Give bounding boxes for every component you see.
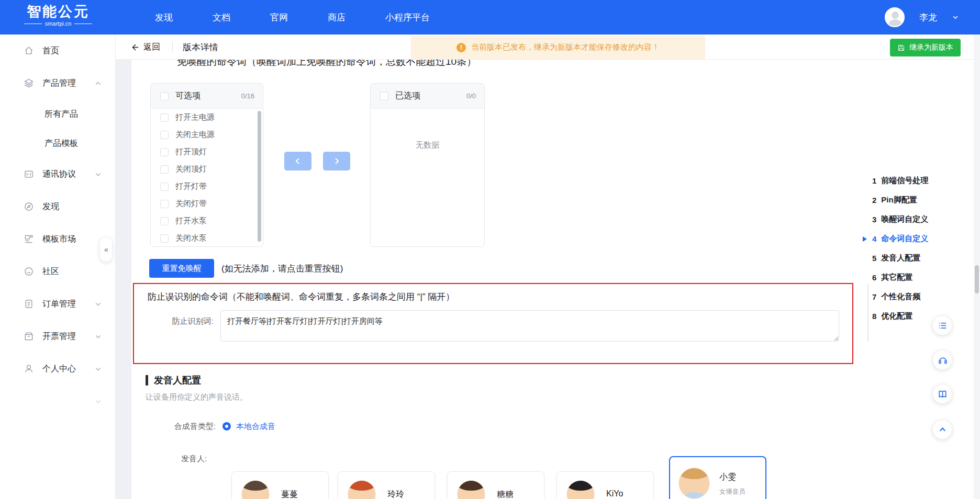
anchor-item-8[interactable]: 8优化配置 (872, 307, 928, 326)
menu-item-miniprogram[interactable]: 小程序平台 (385, 12, 430, 24)
sidebar-item-product-mgmt[interactable]: 产品管理 (0, 67, 115, 99)
content-card: 免唤醒的命令词（唤醒词加上免唤醒的命令词，总数不能超过10条） 可选项 0/16… (131, 60, 980, 499)
anchor-item-4-active[interactable]: 4命令词自定义 (872, 229, 928, 248)
item-checkbox[interactable] (160, 217, 169, 225)
target-panel-title: 已选项 (395, 90, 420, 101)
brand-logo[interactable]: 智能公元 smartpi.cn (24, 4, 92, 27)
outline-toc-button[interactable] (932, 315, 952, 335)
anchor-num: 6 (872, 273, 876, 282)
menu-item-discover[interactable]: 发现 (155, 12, 173, 24)
anchor-rail (867, 284, 868, 342)
list-item[interactable]: 打开顶灯 (151, 143, 263, 161)
anchor-label: Pin脚配置 (881, 195, 917, 205)
anchor-num: 2 (872, 196, 876, 205)
sidebar-collapse-button[interactable]: « (99, 237, 113, 262)
anchor-label: 个性化音频 (881, 292, 920, 302)
sidebar-item-label: 个人中心 (42, 364, 76, 375)
list-item[interactable]: 打开灯带 (151, 178, 263, 195)
select-all-source-checkbox[interactable] (160, 92, 169, 100)
warning-icon: ! (456, 43, 466, 52)
anchor-label: 优化配置 (881, 311, 912, 321)
speaker-avatar (241, 480, 270, 499)
item-checkbox[interactable] (160, 114, 169, 122)
user-chevron-down-icon[interactable] (952, 14, 959, 21)
source-list-scrollbar[interactable] (258, 111, 261, 242)
speaker-card[interactable]: 蔓蔓 (231, 471, 329, 499)
speaker-avatar (678, 468, 710, 499)
local-synth-radio[interactable] (222, 422, 231, 430)
brand-subtitle: smartpi.cn (24, 20, 92, 27)
avatar-head (892, 12, 899, 19)
chevron-right-icon (333, 157, 340, 165)
nowake-commands-heading: 免唤醒的命令词（唤醒词加上免唤醒的命令词，总数不能超过10条） (177, 60, 476, 69)
transfer-to-right-button[interactable] (323, 152, 350, 171)
transfer-to-left-button[interactable] (284, 152, 311, 171)
speaker-description: 女播音员 (719, 487, 745, 496)
sidebar-item-protocol[interactable]: 通讯协议 (0, 158, 115, 190)
section-accent-bar (146, 375, 148, 385)
sidebar-item-template-market[interactable]: 模板市场 (0, 223, 115, 255)
anchor-item-7[interactable]: 7个性化音频 (872, 287, 928, 307)
menu-item-docs[interactable]: 文档 (213, 12, 230, 24)
chevron-left-icon (294, 157, 302, 165)
target-panel-count: 0/0 (466, 92, 476, 100)
item-label: 关闭主电源 (175, 130, 215, 140)
back-to-top-button[interactable] (932, 419, 952, 439)
prevent-misrecognition-highlight-box: 防止误识别的命令词（不能和唤醒词、命令词重复，多条词条之间用 “|” 隔开） 防… (133, 283, 853, 364)
speaker-card[interactable]: KiYo (556, 471, 654, 499)
sidebar-item-profile[interactable]: 个人中心 (0, 353, 115, 385)
list-item[interactable]: 关闭顶灯 (151, 161, 263, 178)
menu-item-website[interactable]: 官网 (270, 12, 288, 24)
item-label: 关闭灯带 (175, 199, 207, 209)
list-item[interactable]: 关闭主电源 (151, 126, 263, 143)
user-avatar[interactable] (885, 7, 905, 27)
speaker-avatar (566, 480, 595, 499)
speaker-card[interactable]: 糖糖 (447, 471, 544, 499)
anchor-item-6[interactable]: 6其它配置 (872, 268, 928, 287)
sidebar-item-all-products[interactable]: 所有产品 (0, 99, 115, 129)
sidebar-item-discover[interactable]: 发现 (0, 190, 115, 223)
sidebar-item-label: 首页 (42, 46, 59, 56)
item-checkbox[interactable] (160, 131, 169, 139)
item-checkbox[interactable] (160, 165, 169, 174)
item-label: 关闭水泵 (175, 233, 207, 243)
anchor-label: 命令词自定义 (881, 234, 928, 244)
select-all-target-checkbox[interactable] (380, 92, 388, 100)
list-item[interactable]: 打开水泵 (151, 212, 263, 230)
item-checkbox[interactable] (160, 183, 169, 191)
item-checkbox[interactable] (160, 148, 169, 156)
back-button[interactable]: 返回 (130, 35, 160, 60)
sidebar: 首页 产品管理 所有产品 产品模板 通讯协议 发现 模板市场 社区 订单管理 开… (0, 35, 116, 499)
reset-nowake-button[interactable]: 重置免唤醒 (149, 259, 214, 278)
transfer-source-list: 打开主电源 关闭主电源 打开顶灯 关闭顶灯 打开灯带 关闭灯带 打开水泵 关闭水… (151, 109, 263, 247)
speaker-avatar (457, 480, 485, 499)
local-synth-option-label[interactable]: 本地合成音 (236, 422, 275, 432)
sidebar-item-product-templates[interactable]: 产品模板 (0, 129, 115, 158)
docs-book-button[interactable] (932, 384, 952, 404)
home-icon (24, 46, 34, 56)
anchor-item-2[interactable]: 2Pin脚配置 (872, 190, 928, 210)
inherit-new-version-button[interactable]: 继承为新版本 (890, 39, 961, 56)
anchor-item-1[interactable]: 1前端信号处理 (872, 171, 928, 190)
anchor-item-3[interactable]: 3唤醒词自定义 (872, 210, 928, 229)
prevent-words-input[interactable]: 打开餐厅等|打开客厅灯|打开厅灯|打开房间等 (220, 310, 839, 342)
sidebar-item-invoice-mgmt[interactable]: 开票管理 (0, 320, 115, 353)
speaker-card-selected[interactable]: 小雯 女播音员 (669, 456, 766, 499)
layers-icon (24, 78, 34, 88)
menu-item-store[interactable]: 商店 (328, 12, 346, 24)
list-item[interactable]: 打开主电源 (151, 109, 263, 126)
sidebar-item-order-mgmt[interactable]: 订单管理 (0, 288, 115, 320)
support-headset-button[interactable] (932, 350, 952, 370)
item-checkbox[interactable] (160, 234, 169, 243)
sidebar-item-home[interactable]: 首页 (0, 35, 115, 67)
speaker-card[interactable]: 玲玲 (338, 471, 435, 499)
item-checkbox[interactable] (160, 200, 169, 208)
list-item[interactable]: 关闭灯带 (151, 195, 263, 212)
speaker-section-title: 发音人配置 (154, 374, 201, 387)
anchor-item-5[interactable]: 5发音人配置 (872, 248, 928, 268)
sidebar-item-label: 发现 (42, 201, 59, 212)
speaker-section-subtitle: 让设备用你定义的声音说话。 (146, 392, 248, 402)
sidebar-item-community[interactable]: 社区 (0, 255, 115, 288)
list-item[interactable]: 关闭水泵 (151, 230, 263, 247)
page-scrollbar-thumb[interactable] (975, 265, 979, 293)
